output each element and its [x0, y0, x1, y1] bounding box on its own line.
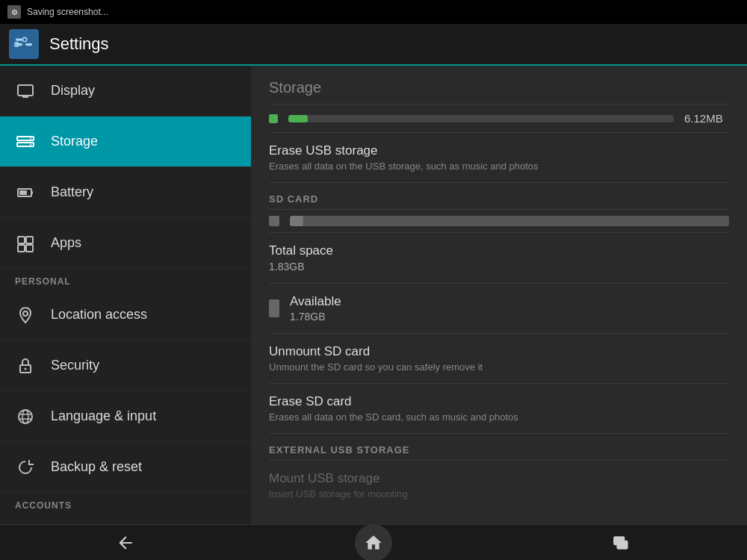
sidebar-battery-label: Battery [51, 184, 93, 200]
sdcard-bar-indicator [269, 216, 279, 226]
sidebar-location-label: Location access [51, 307, 147, 323]
sidebar-item-battery[interactable]: Battery [0, 167, 251, 218]
security-icon [15, 357, 36, 375]
sidebar-item-storage[interactable]: Storage [0, 116, 251, 167]
sidebar-item-language[interactable]: Language & input [0, 391, 251, 442]
bottom-nav [0, 524, 747, 560]
available-item: Available 1.78GB [251, 284, 747, 333]
sidebar-display-label: Display [51, 83, 95, 99]
sdcard-bar-bg [290, 216, 729, 226]
svg-rect-14 [19, 190, 27, 195]
content-area: Storage 6.12MB Erase USB storage Erases … [251, 66, 747, 524]
home-button[interactable] [355, 524, 392, 561]
backup-icon [15, 458, 36, 476]
svg-rect-15 [18, 237, 25, 243]
main-layout: Display Storage Battery Apps PERSONAL [0, 66, 747, 524]
svg-rect-0 [16, 38, 22, 40]
svg-point-23 [22, 410, 28, 423]
usb-size-label: 6.12MB [684, 112, 729, 125]
sidebar: Display Storage Battery Apps PERSONAL [0, 66, 251, 524]
sidebar-item-display[interactable]: Display [0, 66, 251, 116]
apps-icon [15, 234, 36, 252]
svg-point-21 [25, 367, 27, 370]
svg-point-22 [19, 410, 32, 423]
erase-usb-title: Erase USB storage [269, 143, 729, 158]
erase-usb-subtitle: Erases all data on the USB storage, such… [269, 161, 729, 172]
total-space-title: Total space [269, 243, 729, 258]
battery-icon [15, 184, 36, 202]
available-title: Available [290, 294, 341, 309]
mount-usb-subtitle: Insert USB storage for mounting [269, 488, 729, 500]
sidebar-backup-label: Backup & reset [51, 459, 142, 475]
svg-rect-17 [18, 245, 25, 252]
unmount-sdcard-title: Unmount SD card [269, 344, 729, 359]
svg-rect-13 [31, 191, 33, 194]
erase-sdcard-item[interactable]: Erase SD card Erases all data on the SD … [251, 384, 747, 433]
unmount-sdcard-subtitle: Unmount the SD card so you can safely re… [269, 361, 729, 373]
erase-sdcard-subtitle: Erases all data on the SD card, such as … [269, 411, 729, 423]
svg-rect-16 [26, 237, 33, 243]
available-indicator [269, 299, 279, 317]
back-button[interactable] [103, 528, 148, 558]
sidebar-apps-label: Apps [51, 235, 81, 251]
usb-bar-row: 6.12MB [251, 105, 747, 132]
content-title: Storage [251, 66, 747, 104]
settings-icon: ⚙ [7, 5, 21, 19]
erase-sdcard-title: Erase SD card [269, 394, 729, 409]
usb-bar-fill [288, 115, 308, 122]
status-bar: ⚙ Saving screenshot... [0, 0, 747, 24]
erase-usb-item[interactable]: Erase USB storage Erases all data on the… [251, 133, 747, 182]
storage-icon [15, 133, 36, 151]
section-personal: PERSONAL [0, 269, 251, 290]
usb-bar-indicator [269, 114, 278, 123]
sdcard-bar-fill [290, 216, 303, 226]
available-value: 1.78GB [290, 311, 341, 323]
toolbar-settings-icon [9, 29, 39, 59]
svg-point-3 [22, 37, 26, 41]
svg-point-19 [23, 311, 28, 316]
section-accounts: ACCOUNTS [0, 493, 251, 514]
recents-button[interactable] [599, 528, 644, 558]
sidebar-security-label: Security [51, 358, 99, 373]
available-text: Available 1.78GB [290, 294, 341, 323]
unmount-sdcard-item[interactable]: Unmount SD card Unmount the SD card so y… [251, 334, 747, 383]
svg-rect-5 [18, 85, 33, 96]
sidebar-language-label: Language & input [51, 408, 156, 424]
svg-rect-18 [26, 245, 33, 252]
display-icon [15, 82, 36, 100]
location-icon [15, 306, 36, 324]
mount-usb-item: Mount USB storage Insert USB storage for… [251, 461, 747, 510]
sdcard-bar-row [251, 210, 747, 232]
total-space-item: Total space 1.83GB [251, 233, 747, 283]
usb-bar-bg [288, 115, 674, 122]
svg-point-10 [30, 137, 31, 139]
sidebar-storage-label: Storage [51, 134, 98, 149]
svg-point-11 [30, 143, 31, 145]
sidebar-item-backup[interactable]: Backup & reset [0, 442, 251, 493]
toolbar-title: Settings [49, 34, 109, 54]
sidebar-item-location[interactable]: Location access [0, 290, 251, 340]
sdcard-section-label: SD CARD [251, 183, 747, 209]
total-space-value: 1.83GB [269, 261, 729, 273]
mount-usb-title: Mount USB storage [269, 471, 729, 486]
status-text: Saving screenshot... [27, 7, 108, 17]
sidebar-item-apps[interactable]: Apps [0, 218, 251, 269]
svg-rect-2 [25, 43, 32, 46]
sidebar-item-security[interactable]: Security [0, 340, 251, 391]
toolbar: Settings [0, 24, 747, 66]
ext-usb-section-label: EXTERNAL USB STORAGE [251, 434, 747, 460]
svg-rect-27 [617, 541, 627, 548]
language-icon [15, 408, 36, 426]
